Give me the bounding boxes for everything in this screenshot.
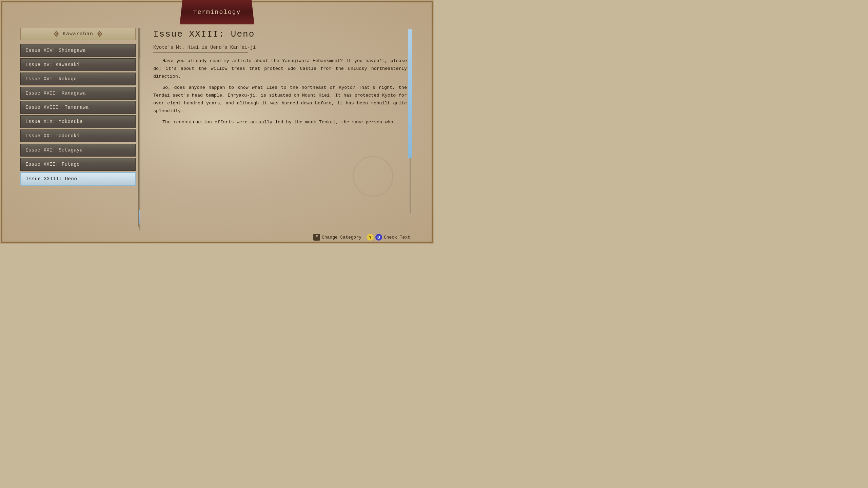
article-body: Have you already read my article about t…	[153, 57, 407, 130]
article-subtitle: Kyoto's Mt. Hiei is Ueno's Kan'ei-ji	[153, 45, 407, 50]
b-key-badge: B	[375, 234, 382, 241]
list-item[interactable]: Issue XIV: Shinagawa	[20, 44, 136, 57]
f-key-badge: F	[313, 234, 320, 241]
list-item[interactable]: Issue XIX: Yokosuka	[20, 115, 136, 128]
list-item[interactable]: Issue XXII: Futago	[20, 158, 136, 171]
right-scrollbar[interactable]	[408, 29, 412, 214]
category-header: Kawaraban	[20, 28, 136, 40]
subtitle-divider	[153, 52, 248, 53]
list-item[interactable]: Issue XX: Todoroki	[20, 129, 136, 142]
check-text-label: Check Text	[384, 235, 410, 240]
left-panel: Kawaraban Issue XIV: Shinagawa Issue XV:…	[20, 24, 136, 230]
category-label: Kawaraban	[63, 31, 93, 37]
list-item-selected[interactable]: Issue XXIII: Ueno	[20, 172, 136, 186]
right-scrollbar-track	[410, 29, 411, 214]
scrollbar-thumb	[139, 210, 140, 224]
article-paragraph-1: Have you already read my article about t…	[153, 57, 407, 81]
list-container: Issue XIV: Shinagawa Issue XV: Kawasaki …	[20, 44, 136, 230]
change-category-label: Change Category	[322, 235, 361, 240]
list-item[interactable]: Issue XVII: Kanagawa	[20, 87, 136, 100]
left-scrollbar[interactable]	[138, 58, 141, 230]
list-item[interactable]: Issue XVI: Rokugo	[20, 73, 136, 85]
title-banner: Terminology	[180, 0, 254, 24]
page-title: Terminology	[193, 9, 241, 16]
right-panel: Issue XXIII: Ueno Kyoto's Mt. Hiei is Ue…	[143, 24, 414, 230]
right-scrollbar-thumb	[408, 29, 412, 158]
main-content: Kawaraban Issue XIV: Shinagawa Issue XV:…	[20, 24, 414, 230]
scrollbar-track	[139, 58, 140, 230]
list-item[interactable]: Issue XXI: Setagaya	[20, 144, 136, 157]
article-title: Issue XXIII: Ueno	[153, 29, 407, 39]
control-check-text: Y B Check Text	[367, 234, 410, 241]
list-item[interactable]: Issue XVIII: Tamanawa	[20, 101, 136, 114]
y-key-badge: Y	[367, 234, 374, 241]
article-paragraph-2: So, does anyone happen to know what lies…	[153, 84, 407, 115]
control-change-category: F Change Category	[313, 234, 361, 241]
diamond-right-icon	[96, 30, 103, 38]
diamond-left-icon	[53, 30, 60, 38]
bottom-controls: F Change Category Y B Check Text	[313, 234, 410, 241]
list-item[interactable]: Issue XV: Kawasaki	[20, 58, 136, 71]
watermark-decoration	[353, 156, 393, 197]
article-paragraph-3: The reconstruction efforts were actually…	[153, 119, 407, 126]
